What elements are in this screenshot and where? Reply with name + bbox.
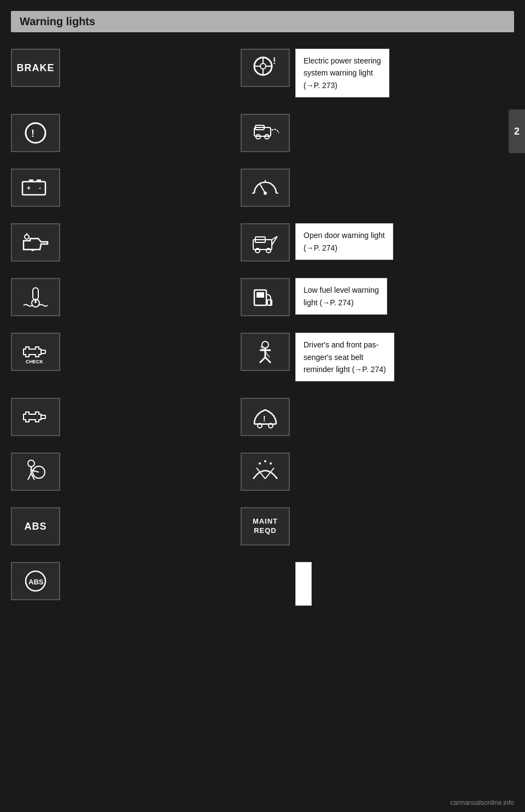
check-engine-icon: CHECK (19, 338, 52, 366)
right-gauge (241, 169, 514, 207)
warning-row-airbag-windshield (11, 453, 514, 491)
blank-description-box (295, 562, 312, 606)
skid-control-icon (249, 119, 282, 147)
engine-warning-icon (19, 403, 52, 431)
eps-icon-box: ! (241, 49, 290, 87)
svg-line-45 (265, 357, 271, 363)
seatbelt-description-text: Driver's and front pas-senger's seat bel… (304, 340, 386, 374)
svg-rect-46 (41, 415, 45, 419)
check-engine-icon-box: CHECK (11, 333, 60, 371)
coolant-icon-box (11, 278, 60, 316)
open-door-icon-box (241, 223, 290, 262)
right-maint: MAINT REQD (241, 507, 514, 546)
windshield-icon-box (241, 453, 290, 491)
svg-text:+: + (27, 184, 31, 192)
svg-point-23 (25, 235, 29, 239)
warning-row-check-seatbelt: CHECK (11, 333, 514, 381)
svg-point-1 (260, 63, 266, 69)
brake-label: BRAKE (16, 62, 54, 74)
warning-row-abs-circle-blank: ABS (11, 562, 514, 606)
svg-text:-: - (39, 184, 41, 192)
low-fuel-icon (249, 283, 282, 311)
right-tire-pressure: ! (241, 398, 514, 436)
left-oil (11, 223, 241, 262)
skid-control-icon-box (241, 114, 290, 152)
open-door-icon (249, 229, 282, 256)
seatbelt-icon (249, 338, 282, 366)
maint-reqd-icon-box: MAINT REQD (241, 507, 290, 546)
right-blank (241, 562, 514, 606)
left-brake: BRAKE (11, 49, 241, 87)
battery-icon: + - (19, 174, 52, 201)
warning-row-brake-eps: BRAKE ! Electric (11, 49, 514, 97)
svg-text:ABS: ABS (28, 578, 44, 586)
warning-row-abs-maint: ABS MAINT REQD (11, 507, 514, 546)
svg-point-61 (270, 462, 272, 465)
gauge-icon-box (241, 169, 290, 207)
eps-description-text: Electric power steeringsystem warning li… (304, 56, 381, 90)
svg-rect-15 (37, 179, 41, 182)
left-coolant (11, 278, 241, 316)
svg-text:!: ! (263, 414, 266, 423)
eps-description: Electric power steeringsystem warning li… (295, 49, 389, 97)
right-low-fuel: Low fuel level warninglight (→P. 274) (241, 278, 514, 316)
chapter-tab: 2 (509, 109, 525, 153)
svg-point-59 (259, 462, 261, 465)
low-fuel-description-text: Low fuel level warninglight (→P. 274) (304, 286, 379, 306)
right-open-door: Open door warning light(→P. 274) (241, 223, 514, 262)
open-door-description: Open door warning light(→P. 274) (295, 223, 393, 260)
windshield-icon (249, 458, 282, 485)
svg-point-51 (28, 460, 34, 467)
svg-rect-39 (41, 350, 45, 353)
svg-point-19 (264, 192, 267, 195)
oil-icon-box (11, 223, 60, 262)
airbag-icon-box (11, 453, 60, 491)
left-airbag (11, 453, 241, 491)
left-engine-warn (11, 398, 241, 436)
left-abs: ABS (11, 507, 241, 546)
low-fuel-description: Low fuel level warninglight (→P. 274) (295, 278, 387, 315)
svg-point-41 (262, 341, 269, 348)
seatbelt-description: Driver's and front pas-senger's seat bel… (295, 333, 394, 381)
right-windshield (241, 453, 514, 491)
right-seatbelt: Driver's and front pas-senger's seat bel… (241, 333, 514, 381)
page: Warning lights 2 BRAKE (0, 0, 525, 812)
svg-rect-32 (33, 288, 38, 300)
coolant-icon (19, 283, 52, 311)
abs-label: ABS (24, 521, 46, 532)
engine-warning-icon-box (11, 398, 60, 436)
section-header-title: Warning lights (20, 15, 95, 27)
battery-icon-box: + - (11, 169, 60, 207)
maint-label-line1: MAINT (253, 517, 278, 526)
svg-line-44 (260, 357, 265, 363)
content-area: BRAKE ! Electric (11, 49, 514, 622)
maint-label-line2: REQD (254, 526, 277, 536)
warning-row-battery-gauge: + - (11, 169, 514, 207)
svg-rect-14 (29, 179, 33, 182)
svg-rect-13 (22, 182, 45, 195)
tire-pressure-icon: ! (249, 403, 282, 431)
abs-circle-icon: ABS (19, 567, 52, 595)
low-fuel-icon-box (241, 278, 290, 316)
right-eps: ! Electric power steeringsystem warning … (241, 49, 514, 97)
brake-icon-box: BRAKE (11, 49, 60, 87)
seatbelt-icon-box (241, 333, 290, 371)
svg-point-60 (264, 460, 266, 462)
warning-row-engine-tire: ! (11, 398, 514, 436)
warning-row-parking-skid: ! (11, 114, 514, 152)
left-abs-circle: ABS (11, 562, 241, 600)
svg-text:CHECK: CHECK (26, 359, 44, 364)
svg-text:!: ! (273, 56, 276, 66)
left-battery: + - (11, 169, 241, 207)
parking-brake-icon: ! (19, 119, 52, 147)
bottom-logo: carmanualsonline.info (450, 799, 514, 807)
right-skid (241, 114, 514, 152)
svg-point-7 (26, 123, 45, 143)
warning-row-coolant-fuel: Low fuel level warninglight (→P. 274) (11, 278, 514, 316)
tire-pressure-icon-box: ! (241, 398, 290, 436)
parking-brake-icon-box: ! (11, 114, 60, 152)
airbag-icon (19, 458, 52, 485)
warning-row-oil-door: Open door warning light(→P. 274) (11, 223, 514, 262)
section-header: Warning lights (11, 11, 514, 32)
open-door-description-text: Open door warning light(→P. 274) (304, 231, 385, 252)
